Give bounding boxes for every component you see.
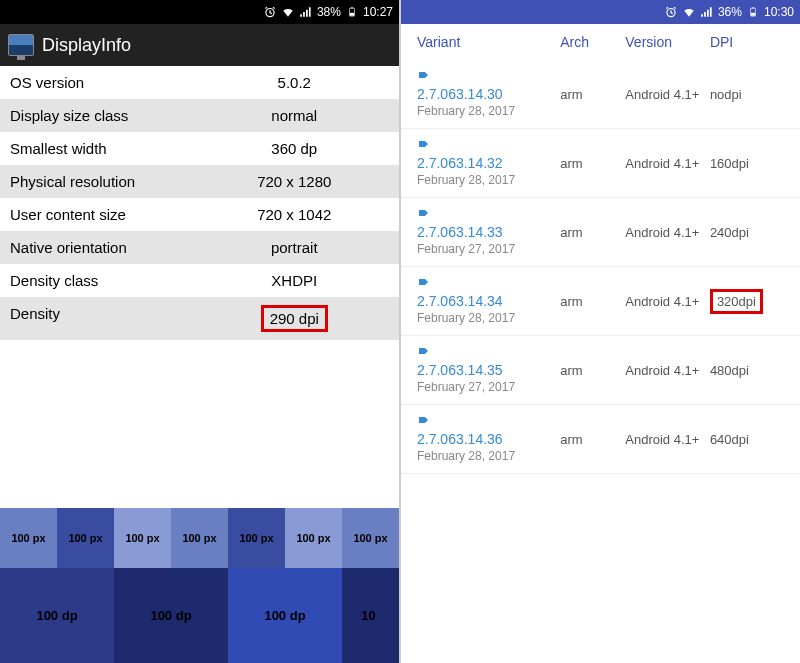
date-text: February 27, 2017 [417,380,560,394]
tag-icon [417,277,431,289]
phone-left: 38% 10:27 DisplayInfo OS version5.0.2Dis… [0,0,400,663]
info-list: OS version5.0.2Display size classnormalS… [0,66,399,340]
android-version-cell: Android 4.1+ [625,363,710,378]
version-link[interactable]: 2.7.063.14.30 [417,86,560,102]
app-title: DisplayInfo [42,35,131,56]
arch-cell: arm [560,225,625,240]
info-value: 720 x 1042 [200,206,390,223]
version-link[interactable]: 2.7.063.14.33 [417,224,560,240]
arch-cell: arm [560,432,625,447]
version-link[interactable]: 2.7.063.14.34 [417,293,560,309]
info-row: Density290 dpi [0,297,399,340]
dp-cell: 100 dp [114,568,228,663]
svg-rect-2 [351,7,354,8]
date-text: February 28, 2017 [417,449,560,463]
info-label: OS version [10,74,200,91]
android-version-cell: Android 4.1+ [625,87,710,102]
dp-cell: 100 dp [228,568,342,663]
version-link[interactable]: 2.7.063.14.36 [417,431,560,447]
dp-cell: 10 [342,568,399,663]
android-version-cell: Android 4.1+ [625,156,710,171]
info-row: Display size classnormal [0,99,399,132]
android-version-cell: Android 4.1+ [625,225,710,240]
info-row: OS version5.0.2 [0,66,399,99]
dpi-cell: 240dpi [710,225,788,240]
battery-icon [746,5,760,19]
clock-time: 10:30 [764,5,794,19]
battery-pct: 38% [317,5,341,19]
date-text: February 28, 2017 [417,173,560,187]
info-row: User content size720 x 1042 [0,198,399,231]
info-row: Native orientationportrait [0,231,399,264]
px-cell: 100 px [342,508,399,568]
info-row: Density classXHDPI [0,264,399,297]
arch-cell: arm [560,87,625,102]
tag-icon [417,139,431,151]
px-cell: 100 px [0,508,57,568]
android-version-cell: Android 4.1+ [625,432,710,447]
density-highlight: 290 dpi [261,305,328,332]
arch-cell: arm [560,156,625,171]
apk-row[interactable]: 2.7.063.14.32February 28, 2017armAndroid… [401,129,800,198]
signal-icon [700,5,714,19]
col-arch[interactable]: Arch [560,34,625,50]
pixel-grid: 100 px100 px100 px100 px100 px100 px100 … [0,508,399,663]
dpi-cell: 480dpi [710,363,788,378]
svg-rect-3 [350,13,354,16]
variant-cell: 2.7.063.14.32February 28, 2017 [417,139,560,187]
info-label: Smallest width [10,140,200,157]
wifi-icon [682,5,696,19]
px-cell: 100 px [57,508,114,568]
px-cell: 100 px [114,508,171,568]
info-value: 5.0.2 [200,74,390,91]
info-value: 290 dpi [200,305,390,332]
info-label: Physical resolution [10,173,200,190]
tag-icon [417,415,431,427]
tag-icon [417,346,431,358]
col-variant[interactable]: Variant [417,34,560,50]
variant-cell: 2.7.063.14.35February 27, 2017 [417,346,560,394]
arch-cell: arm [560,363,625,378]
info-value: 720 x 1280 [200,173,390,190]
statusbar-right: 36% 10:30 [401,0,800,24]
tag-icon [417,70,431,82]
info-label: Display size class [10,107,200,124]
apk-row[interactable]: 2.7.063.14.34February 28, 2017armAndroid… [401,267,800,336]
apk-row[interactable]: 2.7.063.14.33February 27, 2017armAndroid… [401,198,800,267]
dpi-highlight: 320dpi [710,289,763,314]
dpi-cell: 320dpi [710,289,788,314]
col-version[interactable]: Version [625,34,710,50]
apk-row[interactable]: 2.7.063.14.35February 27, 2017armAndroid… [401,336,800,405]
col-dpi[interactable]: DPI [710,34,788,50]
arch-cell: arm [560,294,625,309]
px-cell: 100 px [228,508,285,568]
info-row: Smallest width360 dp [0,132,399,165]
alarm-icon [263,5,277,19]
tag-icon [417,208,431,220]
android-version-cell: Android 4.1+ [625,294,710,309]
date-text: February 28, 2017 [417,104,560,118]
info-value: portrait [200,239,390,256]
apk-row[interactable]: 2.7.063.14.36February 28, 2017armAndroid… [401,405,800,474]
info-label: Density [10,305,200,332]
dpi-cell: nodpi [710,87,788,102]
version-link[interactable]: 2.7.063.14.35 [417,362,560,378]
info-value: XHDPI [200,272,390,289]
date-text: February 28, 2017 [417,311,560,325]
info-row: Physical resolution720 x 1280 [0,165,399,198]
phone-right: 36% 10:30 Variant Arch Version DPI 2.7.0… [400,0,800,663]
variant-cell: 2.7.063.14.34February 28, 2017 [417,277,560,325]
variant-cell: 2.7.063.14.30February 28, 2017 [417,70,560,118]
dpi-cell: 160dpi [710,156,788,171]
info-label: User content size [10,206,200,223]
apk-row[interactable]: 2.7.063.14.30February 28, 2017armAndroid… [401,60,800,129]
apk-list[interactable]: 2.7.063.14.30February 28, 2017armAndroid… [401,60,800,663]
px-cell: 100 px [171,508,228,568]
monitor-icon [8,34,34,56]
dpi-cell: 640dpi [710,432,788,447]
date-text: February 27, 2017 [417,242,560,256]
signal-icon [299,5,313,19]
version-link[interactable]: 2.7.063.14.32 [417,155,560,171]
apk-table-header: Variant Arch Version DPI [401,24,800,60]
svg-rect-7 [751,13,755,16]
